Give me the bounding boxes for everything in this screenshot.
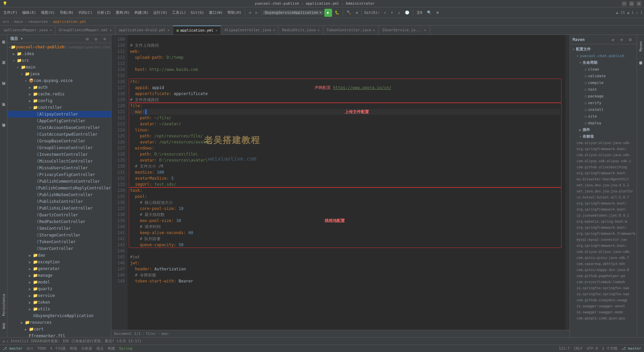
menu-navigate[interactable]: 导航(N) (58, 9, 76, 17)
status-readpoint[interactable]: 读点 (96, 346, 104, 351)
git-arrow-up[interactable]: ↑ (389, 9, 395, 17)
tree-publish-comments[interactable]: C PublishCommentsController (7, 178, 111, 185)
translate-button[interactable]: 文A (415, 9, 425, 17)
tree-groupslience[interactable]: C GroupSlienceController (7, 144, 111, 151)
tree-cust-base[interactable]: C CustAccountbaseController (7, 124, 111, 131)
status-lineending[interactable]: CRLF (574, 346, 583, 351)
maven-site[interactable]: ○ site (570, 113, 637, 120)
menu-analyze[interactable]: 分析(Z) (95, 9, 113, 17)
project-tool-window[interactable]: 项目 (0, 36, 7, 56)
maven-dep-23[interactable]: com.projectlombok:lombok (570, 279, 637, 285)
tree-privacy[interactable]: C PrivacyConfigController (7, 171, 111, 178)
event-log[interactable]: 事件目录 (637, 57, 644, 77)
menu-edit[interactable]: 编辑(E) (20, 9, 38, 17)
tree-token-folder[interactable]: ▶ 📁 token (7, 299, 111, 306)
tab-close-2[interactable]: ✕ (167, 28, 169, 32)
menu-help[interactable]: 帮助(H) (225, 9, 244, 17)
vertical-scrollbar[interactable] (566, 35, 570, 330)
tab-7[interactable]: IUserService.ja... ✕ (379, 26, 430, 35)
maven-deps-section[interactable]: ▾ 依赖项 (570, 133, 637, 140)
git-history[interactable]: 🕐 (403, 9, 412, 17)
maven-dep-9[interactable]: cn.hutool:hutool-all:5.0.7 (570, 194, 637, 200)
tree-cust-pwd[interactable]: C CustAccountpwdController (7, 131, 111, 138)
maven-dep-16[interactable]: mysql:mysql-connector-jav (570, 236, 637, 243)
status-problems[interactable]: 6 个问题 (50, 346, 66, 351)
maven-clean[interactable]: ○ clean (570, 66, 637, 73)
maven-refresh[interactable]: ↺ (609, 36, 616, 43)
tree-dao[interactable]: ▶ 📁 dao (7, 252, 111, 259)
tree-token[interactable]: C TokenController (7, 238, 111, 245)
status-terminal[interactable]: 终端 (70, 346, 77, 351)
code-editor[interactable]: # 文件上传路径 web: upload-path: D:/temp host:… (127, 35, 566, 330)
maven-install[interactable]: ○ install (570, 106, 637, 113)
sidebar-settings-button[interactable]: ⚙ (101, 35, 108, 43)
tree-auth[interactable]: ▶ 📁 auth (7, 84, 111, 91)
maven-plugins-section[interactable]: ▶ 插件 (570, 126, 637, 133)
tree-quartz[interactable]: C QuartzController (7, 212, 111, 218)
status-spring[interactable]: Spring (119, 346, 132, 351)
tree-controller[interactable]: ▾ 📁 controller (7, 104, 111, 111)
maven-dep-15[interactable]: org.springframework.framework.restd (570, 230, 637, 236)
tab-close-1[interactable]: ✕ (110, 28, 112, 32)
forward-button[interactable]: ▷ (254, 9, 260, 17)
maven-validate[interactable]: ○ validate (570, 73, 637, 79)
tree-sms[interactable]: C SmsController (7, 225, 111, 232)
menu-view[interactable]: 视图(V) (39, 9, 57, 17)
tree-quyang-app[interactable]: A QuyangServiceApplication (7, 312, 111, 319)
breadcrumb-part-2[interactable]: main (14, 19, 23, 24)
tree-config[interactable]: ▶ 📁 config (7, 97, 111, 104)
tab-close-4[interactable]: ✕ (273, 28, 275, 32)
tree-user[interactable]: C UserController (7, 245, 111, 252)
maven-dep-28[interactable]: io.swagger:swagger-mode (570, 309, 637, 315)
maven-project[interactable]: ▾ yuecool-chat-publish (570, 52, 637, 59)
run-config-dropdown[interactable]: QuyangServiceApplication ▾ (263, 10, 324, 15)
maven-dep-21[interactable]: com.qiniu:happy-dns-java:0 (570, 267, 637, 273)
status-todo[interactable]: TODO (37, 346, 46, 351)
status-analyzer[interactable]: 分析器 (81, 346, 92, 351)
menu-build[interactable]: 构建(B) (132, 9, 151, 17)
maven-settings[interactable]: ⚙ (618, 36, 625, 43)
maven-dep-18[interactable]: com.aliyun:aliyun-java-sdk- (570, 249, 637, 255)
menu-refactor[interactable]: 重构(R) (114, 9, 132, 17)
maven-dep-25[interactable]: io.springfox:springfox-swa (570, 291, 637, 297)
reload-button[interactable]: ↺ (354, 9, 360, 17)
tree-java[interactable]: ▾ 📁 java (7, 71, 111, 77)
maven-dep-3[interactable]: com.alipay.sdk:alipay-sdk-j (570, 158, 637, 164)
tab-6[interactable]: TokenController.java ✕ (323, 26, 379, 35)
maven-dep-6[interactable]: eu.bitwalker:UserAgentUtil (570, 176, 637, 182)
tree-quartz-folder[interactable]: ▶ 📁 quartz (7, 285, 111, 292)
maven-dep-17[interactable]: org.springframework.boot: (570, 243, 637, 249)
tab-1[interactable]: GroupSlienceMapper.xml ✕ (55, 26, 115, 35)
maven-dep-10[interactable]: org.springframework.boot: (570, 200, 637, 206)
build-button[interactable]: 🔨 (344, 9, 353, 17)
maven-config-section[interactable]: ▾ 配置文件 (570, 46, 637, 52)
locate-file-button[interactable]: ◎ (92, 35, 100, 43)
menu-git[interactable]: Git(G) (189, 9, 206, 17)
tree-idea[interactable]: ▶ 📁 .idea (7, 50, 111, 57)
maven-verify[interactable]: ○ verify (570, 99, 637, 106)
notification-text[interactable]: ⚠ IntelliJ IDEA和插件更新: IDE 已准备好进行更新。重启? (… (6, 339, 142, 344)
maven-dep-27[interactable]: io.swagger:swagger-annot (570, 303, 637, 309)
tree-com-quyang[interactable]: ▾ 📦 com.quyang.voice (7, 77, 111, 84)
tab-close-5[interactable]: ✕ (318, 28, 320, 32)
tab-close-3[interactable]: ✕ (215, 29, 217, 32)
tab-4[interactable]: AlipayController.java ✕ (221, 26, 279, 35)
search-button[interactable]: 🔍 (425, 9, 434, 17)
maven-dep-0[interactable]: com.aliyun:aliyun-java-sdk- (570, 140, 637, 146)
git-check[interactable]: ✓ (382, 9, 388, 17)
tree-model[interactable]: ▶ 📁 model (7, 279, 111, 285)
tree-main[interactable]: ▾ 📁 main (7, 64, 111, 71)
breadcrumb-part-3[interactable]: resources (28, 19, 48, 24)
status-branch-right[interactable]: ⎇ master (622, 346, 641, 351)
maven-dep-19[interactable]: com.qiniu:qiniu-java-sdk-7 (570, 255, 637, 261)
tab-close-0[interactable]: ✕ (50, 28, 52, 32)
favorites-tool-window[interactable]: 收藏 (0, 120, 7, 140)
menu-tools[interactable]: 工具(L) (170, 9, 188, 17)
tab-0[interactable]: upSlienceMapper.java ✕ (0, 26, 55, 35)
minimize-button[interactable]: ─ (622, 1, 627, 6)
menu-code[interactable]: 代码(C) (76, 9, 95, 17)
tree-cert[interactable]: ▶ 📁 cert (7, 326, 111, 333)
maven-deploy[interactable]: ○ deploy (570, 120, 637, 126)
tree-publishs[interactable]: C PublishsController (7, 198, 111, 205)
tree-missu-users[interactable]: C MissuUsersController (7, 165, 111, 171)
